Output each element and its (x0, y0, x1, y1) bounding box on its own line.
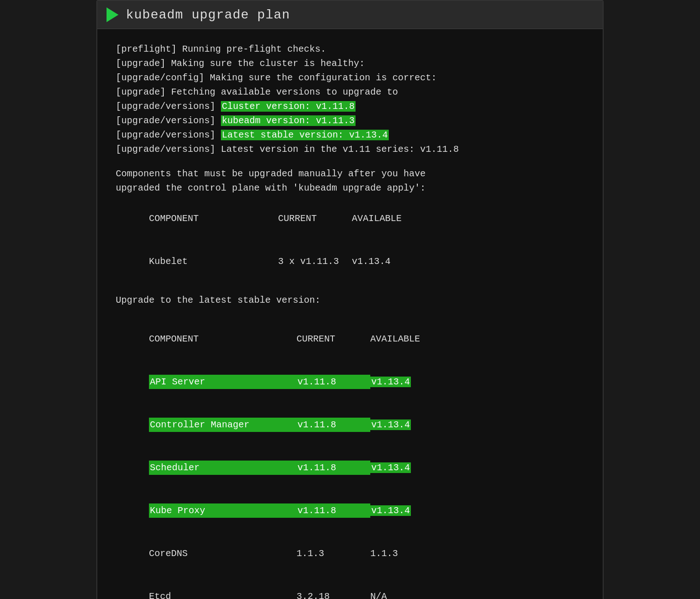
version-highlight-1: Cluster version: v1.11.8 (221, 101, 356, 112)
version-line-2: [upgrade/versions] kubeadm version: v1.1… (116, 114, 584, 128)
main-row3-available: v1.13.4 (370, 462, 411, 473)
version-prefix-1: [upgrade/versions] (116, 101, 221, 112)
manual-col-component-header: COMPONENT (149, 211, 278, 226)
version-line-1: [upgrade/versions] Cluster version: v1.1… (116, 99, 584, 114)
output-line-2: [upgrade] Making sure the cluster is hea… (116, 56, 584, 71)
main-col-component-header: COMPONENT (149, 332, 297, 346)
main-row6-component: Etcd (149, 589, 297, 599)
manual-text-1: Components that must be upgraded manuall… (116, 167, 584, 181)
main-table-row-1: API Serverv1.11.8v1.13.4 (116, 360, 584, 403)
main-col-available-header: AVAILABLE (370, 334, 420, 344)
main-row5-current: 1.1.3 (297, 546, 370, 561)
manual-text-2: upgraded the control plane with 'kubeadm… (116, 181, 584, 195)
output-line-1: [preflight] Running pre-flight checks. (116, 42, 584, 56)
manual-col-available-header: AVAILABLE (352, 211, 426, 226)
main-row5-available: 1.1.3 (370, 548, 398, 559)
main-row1-component: API Server (149, 375, 297, 389)
main-table-row-4: Kube Proxyv1.11.8v1.13.4 (116, 489, 584, 532)
play-icon (107, 7, 119, 22)
main-table-row-2: Controller Managerv1.11.8v1.13.4 (116, 403, 584, 446)
terminal-header: kubeadm upgrade plan (97, 1, 603, 29)
main-row6-available: N/A (370, 591, 387, 599)
main-table-row-6: Etcd3.2.18N/A (116, 575, 584, 599)
main-table-row-3: Schedulerv1.11.8v1.13.4 (116, 446, 584, 489)
output-line-3: [upgrade/config] Making sure the configu… (116, 71, 584, 85)
main-row4-component: Kube Proxy (149, 503, 297, 518)
main-row6-current: 3.2.18 (297, 589, 370, 599)
main-row2-component: Controller Manager (149, 418, 297, 432)
main-row1-available: v1.13.4 (370, 377, 411, 387)
main-row4-available: v1.13.4 (370, 505, 411, 516)
main-row2-current: v1.11.8 (297, 418, 370, 432)
version-highlight-2: kubeadm version: v1.11.3 (221, 115, 356, 126)
main-table-row-5: CoreDNS1.1.31.1.3 (116, 532, 584, 575)
terminal-body: [preflight] Running pre-flight checks. [… (97, 29, 603, 599)
version-prefix-2: [upgrade/versions] (116, 115, 221, 126)
version-highlight-3: Latest stable version: v1.13.4 (221, 130, 389, 140)
manual-table-row-1: Kubelet3 x v1.11.3v1.13.4 (116, 240, 584, 283)
main-row3-component: Scheduler (149, 461, 297, 475)
last-version-line: [upgrade/versions] Latest version in the… (116, 142, 584, 156)
terminal-title: kubeadm upgrade plan (126, 8, 290, 22)
manual-col-current-header: CURRENT (278, 211, 352, 226)
main-row3-current: v1.11.8 (297, 461, 370, 475)
main-row5-component: CoreDNS (149, 546, 297, 561)
main-row1-current: v1.11.8 (297, 375, 370, 389)
manual-row1-current: 3 x v1.11.3 (278, 254, 352, 269)
manual-row1-available: v1.13.4 (352, 254, 426, 269)
output-line-4: [upgrade] Fetching available versions to… (116, 85, 584, 99)
manual-row1-component: Kubelet (149, 254, 278, 269)
main-row2-available: v1.13.4 (370, 419, 411, 430)
terminal-window: kubeadm upgrade plan [preflight] Running… (96, 0, 604, 599)
manual-table-header: COMPONENTCURRENTAVAILABLE (116, 197, 584, 240)
main-row4-current: v1.11.8 (297, 503, 370, 518)
main-table-header: COMPONENTCURRENTAVAILABLE (116, 317, 584, 360)
upgrade-to-text: Upgrade to the latest stable version: (116, 293, 584, 307)
version-line-3: [upgrade/versions] Latest stable version… (116, 128, 584, 142)
main-col-current-header: CURRENT (297, 332, 370, 346)
version-prefix-3: [upgrade/versions] (116, 130, 221, 140)
